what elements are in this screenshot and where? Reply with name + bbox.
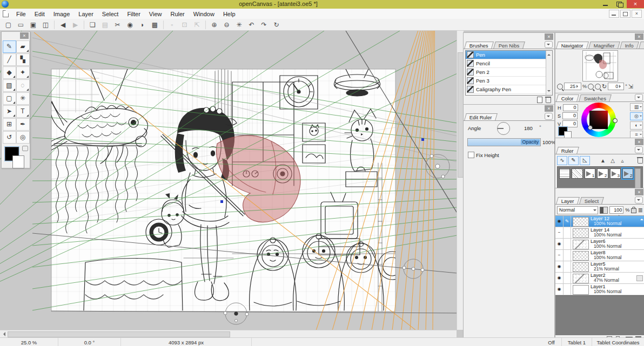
- mdi-restore-button[interactable]: [620, 10, 630, 18]
- zoom-in-button[interactable]: ⊕: [209, 20, 220, 30]
- panel-menu-button[interactable]: [635, 196, 643, 203]
- preset-scrollbar[interactable]: [635, 168, 641, 190]
- zoom-out-button[interactable]: ⊖: [221, 20, 232, 30]
- layer-row[interactable]: ◉ Layer521% Normal: [555, 261, 644, 273]
- hue-field[interactable]: 0: [563, 104, 578, 111]
- marker-small-icon[interactable]: ▵: [618, 157, 627, 165]
- visibility-eye-icon[interactable]: ◉: [555, 261, 564, 272]
- cut-button[interactable]: ✂: [112, 20, 123, 30]
- delete-ruler-icon[interactable]: [638, 158, 643, 164]
- panel-menu-button[interactable]: [635, 146, 643, 153]
- visibility-eye-icon[interactable]: ◉: [555, 239, 564, 249]
- sv-marker[interactable]: [588, 125, 593, 130]
- ruler-handle[interactable]: [421, 138, 424, 141]
- brush-item-pencil[interactable]: Pencil: [466, 59, 552, 68]
- close-icon[interactable]: ×: [20, 32, 29, 39]
- tab-color[interactable]: Color: [556, 94, 579, 101]
- zoom-out-icon[interactable]: [557, 84, 563, 90]
- pen-tool[interactable]: ✎: [3, 40, 16, 53]
- panel-menu-button[interactable]: [545, 113, 553, 120]
- brush-tool[interactable]: ▚: [16, 53, 30, 66]
- swatch-options-button[interactable]: [22, 146, 28, 151]
- menu-ruler[interactable]: Ruler: [166, 10, 189, 18]
- zoom-fit-icon[interactable]: [595, 84, 601, 90]
- layer-row[interactable]: − Layer8100% Normal: [555, 250, 644, 261]
- delete-brush-icon[interactable]: [546, 98, 551, 103]
- sphere-mode-button[interactable]: ◐: [630, 121, 643, 130]
- layer-row[interactable]: − Layer 14100% Normal: [555, 227, 644, 239]
- ruler-preset-perspective-active[interactable]: 2: [622, 168, 633, 179]
- new-button[interactable]: ▢: [3, 20, 14, 30]
- visibility-hidden-icon[interactable]: −: [555, 250, 564, 261]
- angle-value[interactable]: 180: [524, 125, 533, 131]
- tab-edit-ruler[interactable]: Edit Ruler: [464, 113, 497, 120]
- menu-help[interactable]: Help: [219, 10, 240, 18]
- brush-item-caligraphy-pen[interactable]: Caligraphy Pen: [466, 85, 552, 94]
- scroll-up-icon[interactable]: [640, 217, 643, 220]
- select-move-button[interactable]: ⊡: [179, 20, 190, 30]
- layer-row[interactable]: ◉ Layer6100% Normal: [555, 239, 644, 250]
- ruler-preset-perspective-3[interactable]: 3: [610, 168, 621, 179]
- saturation-field[interactable]: 0: [562, 112, 578, 119]
- tab-info[interactable]: Info: [620, 42, 639, 49]
- open-button[interactable]: ▭: [15, 20, 26, 30]
- lock-icon[interactable]: [631, 208, 636, 213]
- reset-view-button[interactable]: ✳: [233, 20, 245, 30]
- select-rect-tool[interactable]: ▢: [3, 92, 16, 105]
- select-arrow-button[interactable]: ⇱: [191, 20, 203, 30]
- menu-filter[interactable]: Filter: [123, 10, 144, 18]
- layer-mask-icon[interactable]: [600, 207, 608, 214]
- tab-magnifier[interactable]: Magnifier: [588, 42, 620, 49]
- gradient-tool[interactable]: ▧: [3, 79, 16, 92]
- undo-button[interactable]: ↶: [246, 20, 257, 30]
- visibility-eye-icon[interactable]: ◉: [555, 273, 564, 283]
- menu-image[interactable]: Image: [49, 10, 75, 18]
- color-wheel-button[interactable]: ◎: [630, 112, 643, 120]
- line-tool[interactable]: ╱: [3, 53, 16, 66]
- canvas-paper[interactable]: [51, 69, 395, 311]
- visibility-eye-icon[interactable]: ◉: [555, 216, 564, 227]
- ruler-preset-perspective-1[interactable]: 1: [585, 168, 595, 179]
- layer-row[interactable]: ◉ ✎ Layer 12100% Normal: [555, 216, 644, 227]
- zoom-percent-field[interactable]: 25: [564, 83, 581, 90]
- close-button[interactable]: ×: [627, 0, 644, 8]
- close-icon[interactable]: ×: [545, 33, 553, 40]
- navigator-thumbnail[interactable]: [582, 50, 618, 82]
- paste-button[interactable]: ▤: [99, 20, 111, 30]
- minimize-button[interactable]: [599, 0, 613, 8]
- tab-select[interactable]: Select: [579, 197, 604, 204]
- canvas-workarea[interactable]: [0, 31, 457, 330]
- tab-event[interactable]: Event: [639, 42, 644, 49]
- tab-swatches[interactable]: Swatches: [579, 94, 612, 101]
- tab-navigator[interactable]: Navigator: [556, 42, 588, 49]
- marker-filled-icon[interactable]: ▲: [599, 157, 607, 165]
- copy-button[interactable]: ❏: [87, 20, 98, 30]
- layer-stack-icon[interactable]: ≣: [638, 207, 643, 213]
- text-tool[interactable]: T: [16, 105, 30, 118]
- brush-list-scrollbar[interactable]: [546, 51, 552, 95]
- ruler-preset-diagonal[interactable]: [572, 168, 582, 179]
- fit-window-icon[interactable]: ⇲: [628, 83, 633, 90]
- background-color-swatch[interactable]: [12, 155, 24, 168]
- menu-window[interactable]: Window: [189, 10, 219, 18]
- rotate-canvas-tool[interactable]: ↺: [3, 131, 16, 144]
- tab-brushes[interactable]: Brushes: [464, 42, 494, 49]
- layer-row[interactable]: ◉ Layer247% Normal: [555, 273, 644, 284]
- rotation-field[interactable]: 0: [608, 83, 624, 90]
- color-wheel[interactable]: [581, 103, 616, 137]
- panel-menu-button[interactable]: [545, 41, 553, 48]
- blend-mode-select[interactable]: Normal: [557, 206, 598, 214]
- transform-button[interactable]: ▩: [149, 20, 160, 30]
- eraser-tool[interactable]: ▰: [16, 40, 30, 53]
- zoom-tool[interactable]: ◎: [16, 131, 30, 144]
- draw-along-ruler-toggle[interactable]: ✎: [568, 156, 579, 165]
- tab-layer[interactable]: Layer: [556, 197, 579, 204]
- blend-button[interactable]: ◗: [137, 20, 148, 30]
- canvas-viewport[interactable]: [0, 31, 457, 330]
- opacity-slider[interactable]: Opacity: [467, 138, 541, 146]
- angle-dial[interactable]: [497, 122, 510, 135]
- airbrush-tool[interactable]: ✦: [16, 66, 30, 79]
- hue-marker[interactable]: [613, 118, 618, 123]
- save-as-button[interactable]: ◫: [40, 20, 51, 30]
- mdi-close-button[interactable]: ×: [632, 10, 642, 18]
